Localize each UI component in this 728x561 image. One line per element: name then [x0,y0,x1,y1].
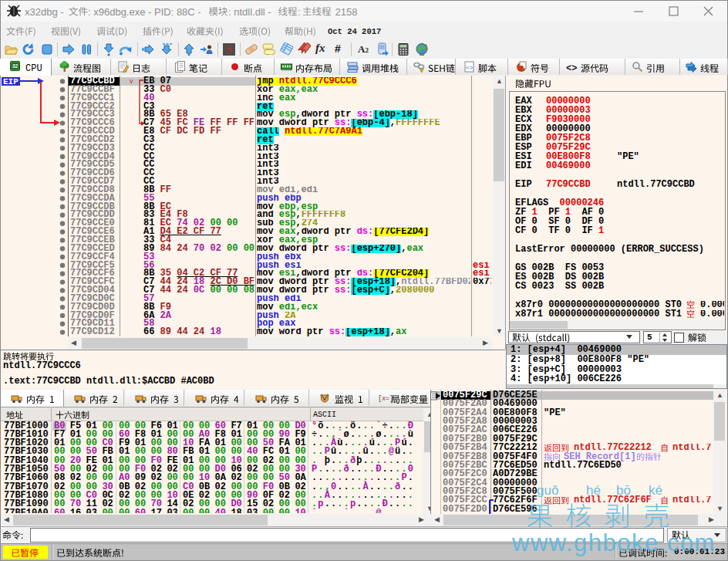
svg-text:<>: <> [466,64,474,71]
svg-text:S: S [226,44,232,56]
svg-text:v: v [130,77,133,85]
svg-text:32: 32 [12,63,19,69]
